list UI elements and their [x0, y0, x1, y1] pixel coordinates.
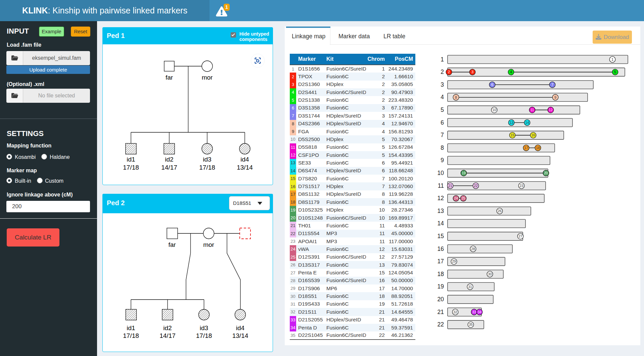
svg-text:mor: mor [202, 74, 213, 81]
svg-text:10: 10 [492, 108, 496, 112]
svg-text:26: 26 [498, 209, 502, 213]
svg-text:9: 9 [554, 95, 556, 99]
svg-text:7: 7 [551, 83, 553, 87]
svg-text:21: 21 [448, 184, 452, 188]
svg-text:34: 34 [477, 310, 481, 314]
svg-text:27: 27 [518, 234, 522, 238]
svg-text:9: 9 [441, 157, 444, 164]
svg-text:14/17: 14/17 [161, 164, 177, 171]
svg-text:15: 15 [510, 133, 514, 137]
svg-text:20: 20 [544, 171, 548, 175]
svg-text:13/14: 13/14 [237, 164, 253, 171]
svg-text:21: 21 [438, 309, 444, 315]
svg-text:6: 6 [441, 119, 444, 126]
svg-text:14/17: 14/17 [159, 332, 176, 339]
svg-text:2: 2 [441, 69, 444, 75]
svg-text:17/18: 17/18 [196, 332, 212, 339]
svg-text:24: 24 [454, 196, 458, 200]
svg-text:18: 18 [438, 271, 444, 277]
svg-text:id1: id1 [127, 156, 135, 163]
svg-text:17: 17 [524, 146, 528, 150]
svg-text:5: 5 [441, 106, 444, 113]
svg-text:29: 29 [452, 259, 456, 263]
svg-text:30: 30 [488, 272, 492, 276]
svg-text:2: 2 [448, 70, 450, 74]
svg-text:14: 14 [438, 220, 444, 227]
svg-text:far: far [166, 74, 173, 81]
svg-text:17/18: 17/18 [123, 164, 139, 171]
svg-text:18: 18 [536, 146, 540, 150]
svg-text:7: 7 [441, 132, 444, 138]
svg-text:16: 16 [438, 246, 444, 252]
svg-text:12: 12 [549, 108, 553, 112]
svg-text:15: 15 [438, 233, 444, 239]
svg-text:id3: id3 [203, 156, 211, 163]
svg-text:33: 33 [472, 310, 476, 314]
svg-text:id4: id4 [240, 156, 249, 163]
svg-text:11: 11 [438, 182, 444, 189]
svg-text:8: 8 [455, 95, 457, 99]
svg-text:19: 19 [462, 171, 466, 175]
svg-text:4: 4 [441, 94, 444, 100]
svg-text:1: 1 [611, 57, 613, 61]
svg-text:13: 13 [438, 208, 444, 214]
svg-text:id3: id3 [200, 324, 208, 331]
svg-text:19: 19 [438, 283, 444, 290]
svg-text:3: 3 [441, 81, 444, 88]
svg-text:id4: id4 [236, 324, 245, 331]
svg-text:17/18: 17/18 [123, 332, 139, 339]
svg-text:id2: id2 [163, 324, 172, 331]
svg-text:22: 22 [438, 321, 444, 328]
svg-text:20: 20 [438, 296, 444, 303]
svg-text:10: 10 [438, 170, 444, 176]
svg-text:13: 13 [509, 121, 513, 125]
svg-text:4: 4 [510, 70, 512, 74]
svg-text:mor: mor [203, 241, 214, 248]
svg-text:14: 14 [525, 121, 529, 125]
svg-text:3: 3 [471, 70, 473, 74]
svg-text:22: 22 [474, 184, 478, 188]
svg-text:31: 31 [468, 285, 472, 289]
svg-text:17/18: 17/18 [199, 164, 215, 171]
svg-text:17: 17 [438, 258, 444, 265]
svg-text:11: 11 [531, 108, 534, 112]
svg-text:13/14: 13/14 [232, 332, 248, 339]
svg-text:8: 8 [441, 144, 444, 151]
svg-text:12: 12 [438, 195, 444, 202]
svg-text:id1: id1 [127, 324, 135, 331]
svg-text:1: 1 [441, 56, 444, 63]
svg-text:16: 16 [531, 133, 535, 137]
svg-text:id2: id2 [165, 156, 173, 163]
svg-text:5: 5 [614, 70, 616, 74]
svg-text:far: far [168, 241, 176, 248]
svg-text:25: 25 [461, 196, 465, 200]
svg-text:35: 35 [469, 322, 473, 326]
svg-text:32: 32 [453, 310, 457, 314]
svg-text:6: 6 [491, 83, 493, 87]
svg-text:23: 23 [519, 184, 523, 188]
svg-text:28: 28 [471, 247, 475, 251]
